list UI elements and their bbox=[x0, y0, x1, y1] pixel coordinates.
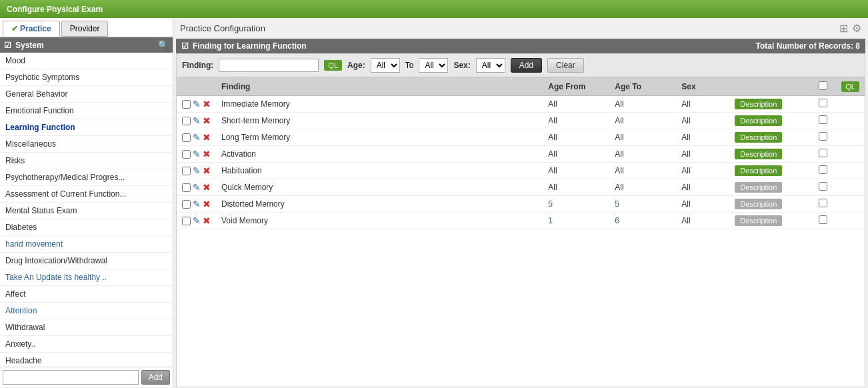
edit-icon-2[interactable]: ✎ bbox=[193, 132, 201, 143]
age-label: Age: bbox=[347, 61, 365, 70]
row-checkbox-7[interactable] bbox=[182, 217, 191, 225]
clear-button[interactable]: Clear bbox=[547, 58, 584, 73]
edit-icon-4[interactable]: ✎ bbox=[193, 165, 201, 176]
sidebar-item-11[interactable]: hand movement bbox=[0, 236, 173, 253]
sidebar-item-1[interactable]: Psychotic Symptoms bbox=[0, 69, 173, 86]
age-from-1: All bbox=[543, 113, 609, 129]
system-checkbox[interactable]: ☑ bbox=[4, 41, 11, 50]
row-select-cb-5[interactable] bbox=[819, 182, 827, 191]
desc-button-3[interactable]: Description bbox=[735, 149, 782, 159]
desc-button-7[interactable]: Description bbox=[735, 215, 782, 226]
sidebar-footer: Add bbox=[0, 367, 173, 387]
sex-6: All bbox=[676, 196, 729, 213]
sex-label: Sex: bbox=[453, 61, 470, 70]
title-text: Configure Physical Exam bbox=[7, 5, 103, 14]
finding-name-0: Immediate Memory bbox=[216, 96, 543, 113]
sidebar-search-icon[interactable]: 🔍 bbox=[158, 40, 169, 50]
desc-button-0[interactable]: Description bbox=[735, 99, 782, 109]
tab-provider[interactable]: Provider bbox=[61, 21, 109, 37]
delete-icon-5[interactable]: ✖ bbox=[203, 182, 211, 193]
delete-icon-0[interactable]: ✖ bbox=[203, 99, 211, 109]
finding-input[interactable] bbox=[219, 59, 319, 72]
row-select-cb-6[interactable] bbox=[819, 199, 827, 207]
delete-icon-3[interactable]: ✖ bbox=[203, 149, 211, 159]
select-all-checkbox[interactable] bbox=[819, 81, 827, 90]
row-select-cb-2[interactable] bbox=[819, 132, 827, 141]
table-row: ✎ ✖ Long Term MemoryAllAllAllDescription bbox=[177, 129, 865, 146]
grid-icon[interactable]: ⊞ bbox=[839, 22, 848, 35]
sidebar-add-input[interactable] bbox=[3, 370, 139, 385]
edit-icon-5[interactable]: ✎ bbox=[193, 182, 201, 193]
sidebar-item-6[interactable]: Risks bbox=[0, 153, 173, 169]
findings-table-container: Finding Age From Age To Sex QL bbox=[176, 77, 865, 387]
desc-button-6[interactable]: Description bbox=[735, 199, 782, 209]
sidebar-item-8[interactable]: Assessment of Current Function... bbox=[0, 186, 173, 203]
row-select-cb-7[interactable] bbox=[819, 215, 827, 224]
sidebar-item-18[interactable]: Headache bbox=[0, 353, 173, 367]
row-checkbox-4[interactable] bbox=[182, 167, 191, 175]
age-to-7: 6 bbox=[609, 213, 676, 229]
edit-icon-1[interactable]: ✎ bbox=[193, 115, 201, 126]
sidebar-item-0[interactable]: Mood bbox=[0, 53, 173, 69]
row-select-1 bbox=[809, 113, 836, 129]
finding-header-checkbox[interactable]: ☑ bbox=[181, 41, 189, 51]
right-top-bar: Practice Configuration ⊞ ⚙ bbox=[173, 18, 868, 39]
age-from-5: All bbox=[543, 179, 609, 196]
age-to-3: All bbox=[609, 146, 676, 163]
desc-button-2[interactable]: Description bbox=[735, 132, 782, 143]
sidebar-item-14[interactable]: Affect bbox=[0, 286, 173, 303]
row-select-cb-1[interactable] bbox=[819, 115, 827, 124]
table-ql-button[interactable]: QL bbox=[841, 81, 859, 92]
delete-icon-7[interactable]: ✖ bbox=[203, 215, 211, 226]
sidebar-header: ☑ System 🔍 bbox=[0, 37, 173, 53]
to-label: To bbox=[405, 61, 414, 70]
age-to-0: All bbox=[609, 96, 676, 113]
sidebar-item-17[interactable]: Anxiety.. bbox=[0, 336, 173, 353]
row-checkbox-6[interactable] bbox=[182, 200, 191, 209]
desc-button-1[interactable]: Description bbox=[735, 115, 782, 126]
sidebar-item-15[interactable]: Attention bbox=[0, 303, 173, 319]
row-checkbox-3[interactable] bbox=[182, 150, 191, 159]
table-row: ✎ ✖ HabituationAllAllAllDescription bbox=[177, 163, 865, 179]
sidebar-item-7[interactable]: Psychotherapy/Medical Progres... bbox=[0, 169, 173, 186]
edit-icon-6[interactable]: ✎ bbox=[193, 199, 201, 209]
row-checkbox-2[interactable] bbox=[182, 133, 191, 142]
sidebar-item-5[interactable]: Miscellaneous bbox=[0, 136, 173, 153]
sidebar-item-13[interactable]: Take An Update its healthy .. bbox=[0, 269, 173, 286]
edit-icon-3[interactable]: ✎ bbox=[193, 149, 201, 159]
delete-icon-2[interactable]: ✖ bbox=[203, 132, 211, 143]
row-checkbox-0[interactable] bbox=[182, 100, 191, 109]
age-from-select[interactable]: All bbox=[371, 58, 400, 73]
sidebar-item-9[interactable]: Mental Status Exam bbox=[0, 203, 173, 219]
desc-button-5[interactable]: Description bbox=[735, 182, 782, 193]
ql-button[interactable]: QL bbox=[324, 60, 342, 71]
sidebar-item-12[interactable]: Drug Intoxication/Withdrawal bbox=[0, 253, 173, 269]
row-select-cb-4[interactable] bbox=[819, 165, 827, 174]
sidebar-item-10[interactable]: Diabetes bbox=[0, 219, 173, 236]
row-checkbox-1[interactable] bbox=[182, 117, 191, 125]
row-actions-7: ✎ ✖ bbox=[177, 213, 216, 229]
sidebar-item-2[interactable]: General Behavior bbox=[0, 86, 173, 103]
sidebar-add-button[interactable]: Add bbox=[141, 370, 170, 385]
add-button[interactable]: Add bbox=[511, 58, 542, 73]
sidebar-item-3[interactable]: Emotional Function bbox=[0, 103, 173, 119]
row-select-cb-0[interactable] bbox=[819, 99, 827, 107]
delete-icon-6[interactable]: ✖ bbox=[203, 199, 211, 209]
delete-icon-1[interactable]: ✖ bbox=[203, 115, 211, 126]
tab-practice[interactable]: ✔Practice bbox=[3, 21, 60, 37]
edit-icon-0[interactable]: ✎ bbox=[193, 99, 201, 109]
row-select-4 bbox=[809, 163, 836, 179]
row-select-cb-3[interactable] bbox=[819, 149, 827, 157]
age-to-select[interactable]: All bbox=[419, 58, 448, 73]
row-checkbox-5[interactable] bbox=[182, 183, 191, 192]
sidebar-item-4[interactable]: Learning Function bbox=[0, 119, 173, 136]
desc-cell-1: Description bbox=[729, 113, 809, 129]
delete-icon-4[interactable]: ✖ bbox=[203, 165, 211, 176]
gear-icon[interactable]: ⚙ bbox=[852, 22, 861, 35]
desc-button-4[interactable]: Description bbox=[735, 165, 782, 176]
sex-select[interactable]: All bbox=[476, 58, 505, 73]
sidebar-item-16[interactable]: Withdrawal bbox=[0, 319, 173, 336]
row-select-0 bbox=[809, 96, 836, 113]
edit-icon-7[interactable]: ✎ bbox=[193, 215, 201, 226]
age-from-7: 1 bbox=[543, 213, 609, 229]
